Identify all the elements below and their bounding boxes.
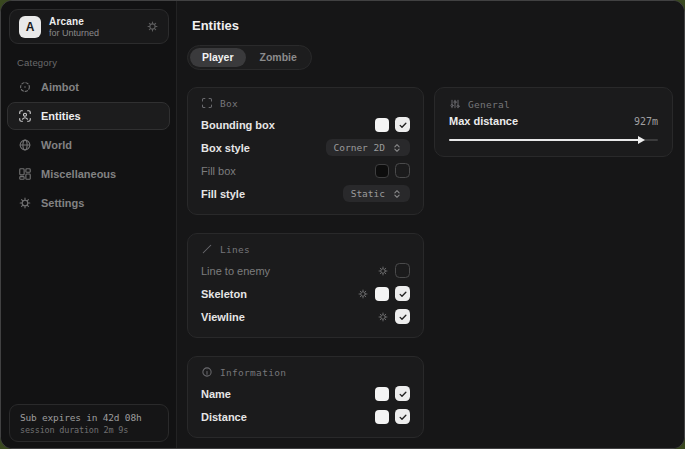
setting-row-bounding-box: Bounding box xyxy=(201,113,410,136)
section-title: Box xyxy=(220,98,238,109)
checkbox-checked[interactable] xyxy=(395,309,410,324)
tab-player[interactable]: Player xyxy=(190,48,246,67)
color-swatch[interactable] xyxy=(375,164,389,178)
setting-label: Box style xyxy=(201,142,250,154)
gear-icon[interactable] xyxy=(357,288,369,300)
setting-row-line-to-enemy: Line to enemy xyxy=(201,259,410,282)
person-scan-icon xyxy=(18,109,32,123)
setting-label: Viewline xyxy=(201,311,245,323)
app-window: A Arcane for Unturned Category A xyxy=(0,0,685,449)
color-swatch[interactable] xyxy=(375,287,389,301)
sidebar-item-miscellaneous[interactable]: Miscellaneous xyxy=(7,160,170,188)
checkbox-unchecked[interactable] xyxy=(395,163,410,178)
setting-row-fill-box: Fill box xyxy=(201,159,410,182)
session-duration-text: session duration 2m 9s xyxy=(20,425,158,435)
setting-row-fill-style: Fill style Static xyxy=(201,182,410,205)
checkbox-checked[interactable] xyxy=(395,409,410,424)
app-logo: A xyxy=(19,16,41,38)
main-panel: Entities Player Zombie Box Bounding box xyxy=(177,1,684,448)
box-style-dropdown[interactable]: Corner 2D xyxy=(326,139,410,156)
gear-icon xyxy=(18,196,32,210)
sidebar-item-settings[interactable]: Settings xyxy=(7,189,170,217)
sidebar-item-entities[interactable]: Entities xyxy=(7,102,170,130)
setting-label: Bounding box xyxy=(201,119,275,131)
crosshair-icon xyxy=(18,80,32,94)
sidebar-item-aimbot[interactable]: Aimbot xyxy=(7,73,170,101)
sub-expiry-text: Sub expires in 42d 08h xyxy=(20,412,158,423)
setting-label: Fill box xyxy=(201,165,236,177)
setting-row-max-distance: Max distance 927m xyxy=(449,115,658,127)
setting-label: Max distance xyxy=(449,115,518,127)
fill-style-dropdown[interactable]: Static xyxy=(343,185,410,202)
setting-label: Distance xyxy=(201,411,247,423)
general-section: General Max distance 927m xyxy=(434,87,673,157)
checkbox-checked[interactable] xyxy=(395,286,410,301)
sidebar-nav: Aimbot Entities World xyxy=(7,73,170,218)
color-swatch[interactable] xyxy=(375,387,389,401)
category-label: Category xyxy=(17,57,57,68)
sidebar-item-label: Miscellaneous xyxy=(41,168,116,180)
checkbox-checked[interactable] xyxy=(395,117,410,132)
frame-corners-icon xyxy=(201,97,213,109)
information-section: Information Name Distance xyxy=(187,356,424,438)
brand-card: A Arcane for Unturned xyxy=(9,9,169,44)
section-title: General xyxy=(468,99,510,110)
app-name: Arcane xyxy=(49,16,99,27)
setting-label: Name xyxy=(201,388,231,400)
page-title: Entities xyxy=(192,18,239,33)
subscription-card: Sub expires in 42d 08h session duration … xyxy=(9,404,169,442)
sidebar-item-label: Entities xyxy=(41,110,81,122)
sidebar-item-label: Settings xyxy=(41,197,84,209)
section-title: Lines xyxy=(220,244,250,255)
sidebar-item-label: Aimbot xyxy=(41,81,79,93)
sliders-icon xyxy=(449,98,461,110)
max-distance-slider[interactable] xyxy=(449,135,658,144)
tab-zombie[interactable]: Zombie xyxy=(248,48,309,67)
color-swatch[interactable] xyxy=(375,118,389,132)
setting-row-distance: Distance xyxy=(201,405,410,428)
gear-icon[interactable] xyxy=(377,311,389,323)
entity-tabs: Player Zombie xyxy=(187,45,312,70)
sidebar-item-world[interactable]: World xyxy=(7,131,170,159)
setting-label: Line to enemy xyxy=(201,265,270,277)
chevron-sort-icon xyxy=(392,143,402,153)
dropdown-value: Corner 2D xyxy=(334,142,385,153)
gear-icon[interactable] xyxy=(146,20,159,33)
checkbox-unchecked[interactable] xyxy=(395,263,410,278)
setting-label: Fill style xyxy=(201,188,245,200)
setting-row-viewline: Viewline xyxy=(201,305,410,328)
setting-row-name: Name xyxy=(201,382,410,405)
setting-label: Skeleton xyxy=(201,288,247,300)
info-icon xyxy=(201,366,213,378)
chevron-sort-icon xyxy=(392,189,402,199)
checkbox-checked[interactable] xyxy=(395,386,410,401)
lines-section: Lines Line to enemy Skeleton xyxy=(187,233,424,338)
slider-thumb[interactable] xyxy=(638,136,645,144)
slider-value: 927m xyxy=(634,116,658,127)
setting-row-box-style: Box style Corner 2D xyxy=(201,136,410,159)
color-swatch[interactable] xyxy=(375,410,389,424)
settings-column: Box Bounding box Box style Corner 2D xyxy=(187,87,424,449)
gear-icon[interactable] xyxy=(377,265,389,277)
slider-fill xyxy=(449,139,643,141)
app-subtitle: for Unturned xyxy=(49,28,99,38)
section-title: Information xyxy=(220,367,286,378)
diagonal-line-icon xyxy=(201,243,213,255)
layout-grid-icon xyxy=(18,167,32,181)
dropdown-value: Static xyxy=(351,188,385,199)
sidebar: A Arcane for Unturned Category A xyxy=(1,1,177,448)
brand-text: Arcane for Unturned xyxy=(49,16,99,38)
globe-icon xyxy=(18,138,32,152)
box-section: Box Bounding box Box style Corner 2D xyxy=(187,87,424,215)
setting-row-skeleton: Skeleton xyxy=(201,282,410,305)
sidebar-item-label: World xyxy=(41,139,72,151)
